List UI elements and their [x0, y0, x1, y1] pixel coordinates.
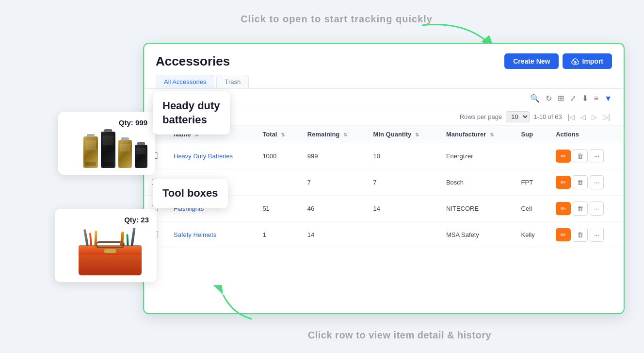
more-button[interactable]: ···: [590, 202, 604, 216]
edit-button[interactable]: ✏: [556, 228, 571, 241]
col-actions: Actions: [548, 126, 624, 143]
expand-icon[interactable]: ⤢: [570, 94, 576, 103]
prev-page-btn[interactable]: ◁: [579, 112, 588, 122]
annotation-top-text: Click to open to start tracking quickly: [136, 14, 537, 25]
col-remaining[interactable]: Remaining ⇅: [300, 126, 366, 143]
col-sup[interactable]: Sup: [514, 126, 548, 143]
more-button[interactable]: ···: [590, 149, 604, 163]
delete-button[interactable]: 🗑: [573, 149, 588, 163]
toolbox-image-card: Qty: 23: [55, 209, 157, 282]
actions-cell: ✏ 🗑 ···: [556, 149, 616, 163]
row-remaining: 7: [300, 169, 366, 196]
battery-1: [83, 136, 98, 168]
actions-cell: ✏ 🗑 ···: [556, 202, 616, 216]
row-min-qty: 10: [366, 143, 438, 169]
pagination-info: 1-10 of 63: [533, 113, 562, 120]
row-remaining: 14: [300, 222, 366, 248]
header-buttons: Create New Import: [504, 53, 612, 69]
cloud-icon: [571, 58, 579, 65]
row-actions: ✏ 🗑 ···: [548, 196, 624, 222]
row-min-qty: [366, 222, 438, 248]
create-new-button[interactable]: Create New: [504, 53, 559, 69]
row-min-qty: 7: [366, 169, 438, 196]
row-actions: ✏ 🗑 ···: [548, 143, 624, 169]
more-button[interactable]: ···: [590, 175, 604, 189]
grid-view-icon[interactable]: ⊞: [558, 94, 564, 103]
edit-button[interactable]: ✏: [556, 150, 571, 163]
row-sup: Cell: [514, 196, 548, 222]
toolbox-qty-label: Qty: 23: [124, 216, 149, 224]
sort-icon-total: ⇅: [281, 132, 285, 137]
row-sup: Kelly: [514, 222, 548, 248]
row-name-link[interactable]: Heavy Duty Batteries: [174, 152, 233, 160]
actions-cell: ✏ 🗑 ···: [556, 228, 616, 242]
refresh-icon[interactable]: ↻: [546, 94, 552, 103]
row-actions: ✏ 🗑 ···: [548, 222, 624, 248]
tabs-container: All Accessories Trash: [144, 69, 624, 89]
row-sup: FPT: [514, 169, 548, 196]
row-total: 1000: [255, 143, 299, 169]
row-remaining: 46: [300, 196, 366, 222]
table-row[interactable]: Heavy Duty Batteries 1000 999 10 Energiz…: [144, 143, 624, 169]
more-button[interactable]: ···: [590, 228, 604, 242]
col-min-qty[interactable]: Min Quantity ⇅: [366, 126, 438, 143]
actions-cell: ✏ 🗑 ···: [556, 175, 616, 189]
row-actions: ✏ 🗑 ···: [548, 169, 624, 196]
row-sup: [514, 143, 548, 169]
edit-button[interactable]: ✏: [556, 176, 571, 189]
last-page-btn[interactable]: ▷|: [601, 112, 612, 122]
rows-per-page-label: Rows per page: [460, 113, 502, 120]
row-remaining: 999: [300, 143, 366, 169]
tab-trash[interactable]: Trash: [216, 75, 249, 88]
col-manufacturer[interactable]: Manufacturer ⇅: [438, 126, 514, 143]
col-total[interactable]: Total ⇅: [255, 126, 299, 143]
tooltip-toolboxes-text: Tool boxes: [162, 187, 218, 199]
battery-4: [135, 145, 147, 168]
battery-2: [101, 132, 115, 168]
row-min-qty: 14: [366, 196, 438, 222]
panel-header: Accessories Create New Import: [144, 44, 624, 69]
row-name[interactable]: Heavy Duty Batteries: [166, 143, 255, 169]
next-page-btn[interactable]: ▷: [590, 112, 599, 122]
rows-per-page-select[interactable]: 10 25 50: [506, 111, 530, 122]
sort-icon-minqty: ⇅: [415, 132, 419, 137]
delete-button[interactable]: 🗑: [573, 175, 588, 189]
import-button[interactable]: Import: [563, 53, 612, 69]
row-manufacturer: MSA Safety: [438, 222, 514, 248]
import-label: Import: [582, 57, 603, 65]
sort-icon-remaining: ⇅: [343, 132, 347, 137]
row-total: [255, 169, 299, 196]
battery-qty-label: Qty: 999: [119, 118, 147, 127]
page-title: Accessories: [156, 54, 230, 69]
row-name-link[interactable]: Safety Helmets: [174, 231, 216, 238]
delete-button[interactable]: 🗑: [573, 228, 588, 242]
annotation-bottom-text: Click row to view item detail & history: [194, 330, 605, 341]
table-row[interactable]: Safety Helmets 1 14 MSA Safety Kelly ✏ 🗑…: [144, 222, 624, 248]
delete-button[interactable]: 🗑: [573, 202, 588, 216]
tooltip-batteries: Heady dutybatteries: [153, 91, 230, 134]
battery-visual: [83, 132, 147, 168]
row-manufacturer: NITECORE: [438, 196, 514, 222]
first-page-btn[interactable]: |◁: [566, 112, 577, 122]
filter-icon[interactable]: ▼: [604, 94, 612, 103]
row-name[interactable]: Safety Helmets: [166, 222, 255, 248]
battery-3: [118, 140, 132, 168]
row-total: 1: [255, 222, 299, 248]
battery-image-card: Qty: 999: [58, 112, 155, 175]
row-manufacturer: Bosch: [438, 169, 514, 196]
pagination-buttons: |◁ ◁ ▷ ▷|: [566, 112, 612, 122]
toolbox-visual: [71, 227, 149, 275]
sort-icon-manufacturer: ⇅: [490, 132, 494, 137]
tooltip-toolboxes: Tool boxes: [153, 179, 228, 208]
tooltip-batteries-text: Heady dutybatteries: [162, 100, 220, 126]
row-total: 51: [255, 196, 299, 222]
filter-settings-icon[interactable]: ≡: [594, 94, 598, 103]
tab-all-accessories[interactable]: All Accessories: [156, 75, 214, 88]
search-icon[interactable]: 🔍: [530, 94, 540, 103]
download-icon[interactable]: ⬇: [582, 94, 588, 103]
row-manufacturer: Energizer: [438, 143, 514, 169]
edit-button[interactable]: ✏: [556, 202, 571, 215]
